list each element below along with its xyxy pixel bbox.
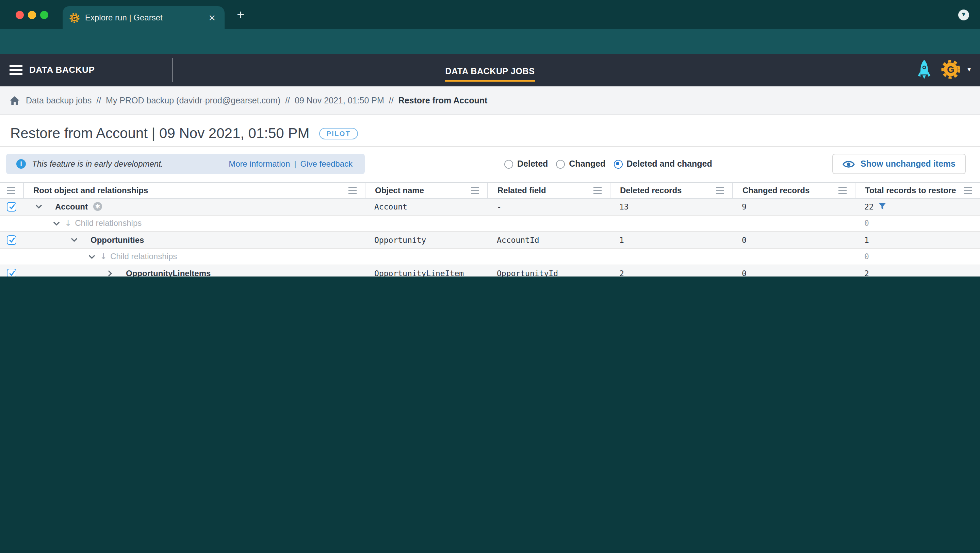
cell-value: 0 — [864, 219, 869, 228]
page-title-text: Restore from Account | 09 Nov 2021, 01:5… — [10, 125, 309, 141]
browser-tab[interactable]: G Explore run | Gearset ✕ — [63, 6, 224, 29]
object-name-cell: Opportunity — [365, 232, 487, 248]
filter-icon[interactable] — [878, 203, 886, 211]
tab-search-icon[interactable]: ▼ — [958, 10, 969, 21]
column-menu-icon[interactable] — [838, 187, 846, 194]
relationship-label[interactable]: Child relationships — [110, 252, 177, 262]
breadcrumb-item[interactable]: My PROD backup (davidr-prod@gearset.com) — [106, 95, 280, 105]
cell-value: OpportunityLineItem — [374, 269, 464, 277]
cell-value: 0 — [864, 252, 869, 262]
cell-value: 9 — [742, 202, 746, 211]
early-development-banner: i This feature is in early development. … — [6, 154, 365, 174]
related-field-cell: OpportunityId — [487, 265, 610, 276]
table-body: Account✱Account-13922↓Child relationship… — [0, 199, 980, 276]
chevron-right-icon[interactable] — [106, 270, 113, 277]
object-name-cell: OpportunityLineItem — [365, 265, 487, 276]
column-header-label: Related field — [498, 186, 546, 195]
deleted-records-cell: 13 — [610, 199, 732, 215]
macos-fullscreen-button[interactable] — [40, 11, 48, 19]
total-records-cell: 0 — [855, 215, 980, 231]
macos-close-button[interactable] — [16, 11, 24, 19]
changed-records-cell — [732, 215, 855, 231]
related-field-cell — [487, 215, 610, 231]
deleted-records-cell: 1 — [610, 232, 732, 248]
chevron-down-icon[interactable] — [35, 203, 42, 210]
column-menu-icon[interactable] — [593, 187, 601, 194]
tree-cell: ↓Child relationships — [23, 215, 365, 231]
screen: G Explore run | Gearset ✕ + ▼ app.gearse… — [0, 0, 980, 276]
table-row: Account✱Account-13922 — [0, 199, 980, 215]
cell-value: 22 — [864, 202, 874, 211]
column-header-label: Total records to restore — [865, 186, 956, 195]
column-header-2: Object name — [365, 183, 487, 198]
cell-value: 2 — [864, 269, 869, 277]
changed-records-cell: 0 — [732, 232, 855, 248]
radio-unselected-icon[interactable] — [556, 159, 565, 168]
column-menu-icon[interactable] — [716, 187, 724, 194]
radio-option-changed[interactable]: Changed — [556, 159, 605, 169]
row-checkbox[interactable] — [7, 235, 16, 245]
object-label[interactable]: Opportunities — [91, 235, 144, 245]
main-content: Restore from Account | 09 Nov 2021, 01:5… — [0, 115, 980, 276]
cell-value: 1 — [864, 235, 869, 245]
gearset-favicon: G — [69, 13, 80, 23]
relationship-label[interactable]: Child relationships — [75, 219, 142, 228]
chevron-down-icon[interactable] — [53, 220, 60, 227]
cell-value: 0 — [742, 269, 746, 277]
tab-close-icon[interactable]: ✕ — [206, 13, 218, 23]
table-row: OpportunitiesOpportunityAccountId101 — [0, 232, 980, 249]
table-header: Root object and relationshipsObject name… — [0, 182, 980, 199]
eye-icon — [843, 159, 855, 168]
table-row: ↓Child relationships0 — [0, 215, 980, 232]
more-information-link[interactable]: More information — [229, 159, 290, 169]
chevron-down-icon[interactable] — [71, 237, 78, 243]
svg-text:G: G — [947, 64, 955, 75]
child-relationships-icon: ↓ — [100, 252, 107, 262]
related-field-cell: AccountId — [487, 232, 610, 248]
breadcrumb-item[interactable]: Data backup jobs — [26, 95, 92, 105]
column-menu-icon[interactable] — [7, 187, 15, 194]
radio-unselected-icon[interactable] — [504, 159, 513, 168]
column-menu-icon[interactable] — [348, 187, 356, 194]
table-header-menu — [0, 183, 23, 198]
tree-cell: Opportunities — [23, 232, 365, 248]
object-settings-icon[interactable]: ✱ — [93, 202, 102, 211]
browser-tabstrip: G Explore run | Gearset ✕ + ▼ — [0, 0, 980, 29]
show-unchanged-items-button[interactable]: Show unchanged items — [833, 154, 966, 174]
object-label[interactable]: OpportunityLineItems — [126, 269, 211, 277]
svg-text:✱: ✱ — [95, 203, 100, 210]
radio-option-deleted-and-changed[interactable]: Deleted and changed — [614, 159, 712, 169]
nav-data-backup-jobs[interactable]: DATA BACKUP JOBS — [445, 67, 535, 82]
home-icon[interactable] — [10, 95, 20, 105]
give-feedback-link[interactable]: Give feedback — [301, 159, 353, 169]
breadcrumb-item[interactable]: 09 Nov 2021, 01:50 PM — [295, 95, 384, 105]
row-checkbox[interactable] — [7, 269, 16, 277]
macos-minimize-button[interactable] — [28, 11, 36, 19]
radio-option-deleted[interactable]: Deleted — [504, 159, 548, 169]
chevron-down-icon[interactable] — [89, 253, 95, 260]
new-tab-button[interactable]: + — [237, 9, 244, 21]
rocket-icon[interactable] — [917, 59, 931, 79]
column-menu-icon[interactable] — [964, 187, 972, 194]
object-label[interactable]: Account — [55, 202, 88, 211]
tree-cell: OpportunityLineItems — [23, 265, 365, 276]
row-checkbox[interactable] — [7, 202, 16, 211]
info-icon: i — [16, 159, 26, 169]
total-records-cell: 22 — [855, 199, 980, 215]
column-header-label: Object name — [375, 186, 424, 195]
account-menu-caret-icon[interactable]: ▼ — [966, 66, 972, 72]
cell-value: OpportunityId — [497, 269, 558, 277]
pilot-badge: PILOT — [319, 128, 358, 140]
column-header-label: Changed records — [743, 186, 810, 195]
cell-value: 0 — [742, 235, 746, 245]
total-records-cell: 1 — [855, 232, 980, 248]
account-gear-avatar[interactable]: G — [940, 59, 961, 79]
radio-selected-icon[interactable] — [614, 159, 622, 168]
breadcrumb: Data backup jobs//My PROD backup (davidr… — [0, 86, 980, 115]
total-records-cell: 2 — [855, 265, 980, 276]
changed-records-cell: 9 — [732, 199, 855, 215]
browser-toolbar: app.gearset.com/data-backup-restore-from… — [0, 29, 980, 54]
column-header-label: Deleted records — [620, 186, 682, 195]
app-header: DATA BACKUP DATA BACKUP JOBS G ▼ — [0, 54, 980, 86]
column-menu-icon[interactable] — [471, 187, 479, 194]
